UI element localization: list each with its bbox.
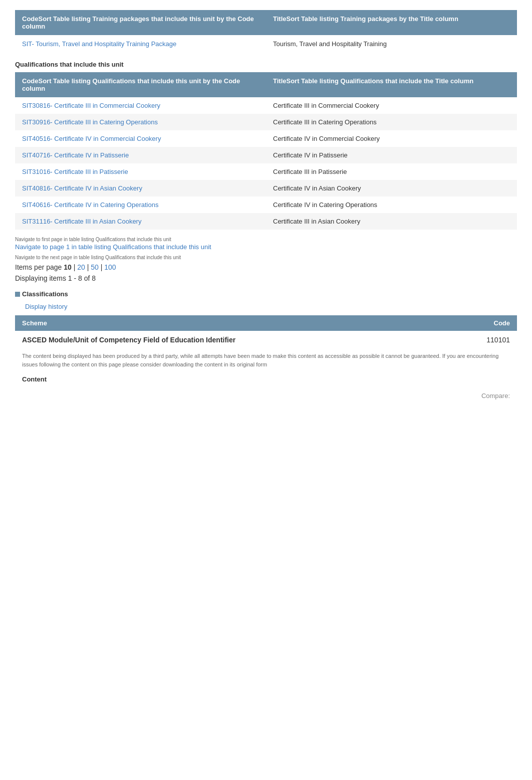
display-history-section: Display history — [15, 303, 517, 315]
qual-code-link[interactable]: SIT30916- Certificate III in Catering Op… — [22, 118, 158, 126]
qual-code-link[interactable]: SIT40616- Certificate IV in Catering Ope… — [22, 201, 158, 209]
qualifications-table: CodeSort Table listing Qualifications th… — [15, 72, 517, 230]
qual-table-row: SIT31016- Certificate III in PatisserieC… — [15, 163, 517, 180]
qual-code-link[interactable]: SIT31116- Certificate III in Asian Cooke… — [22, 218, 141, 225]
classifications-heading: Classifications — [22, 290, 68, 298]
qual-table-row: SIT40616- Certificate IV in Catering Ope… — [15, 197, 517, 213]
qual-code-link[interactable]: SIT31016- Certificate III in Patisserie — [22, 168, 128, 175]
qual-table-row: SIT40716- Certificate IV in PatisserieCe… — [15, 147, 517, 163]
qual-table-row: SIT31116- Certificate III in Asian Cooke… — [15, 213, 517, 230]
training-packages-table: CodeSort Table listing Training packages… — [15, 10, 517, 53]
qual-code-col-header[interactable]: CodeSort Table listing Qualifications th… — [15, 72, 266, 97]
qual-code-link[interactable]: SIT40516- Certificate IV in Commercial C… — [22, 135, 161, 142]
qualifications-section-heading: Qualifications that include this unit — [15, 61, 517, 68]
items-per-page-50[interactable]: 50 — [91, 263, 99, 271]
qual-title-cell: Certificate III in Asian Cookery — [266, 213, 517, 230]
items-per-page-20[interactable]: 20 — [77, 263, 85, 271]
qual-code-link[interactable]: SIT40816- Certificate IV in Asian Cooker… — [22, 184, 142, 192]
asced-title: ASCED Module/Unit of Competency Field of… — [22, 336, 235, 344]
qual-table-row: SIT40516- Certificate IV in Commercial C… — [15, 130, 517, 147]
compare-label: Compare: — [15, 387, 517, 405]
asced-code: 110101 — [470, 336, 510, 344]
items-per-page-section: Items per page 10 | 20 | 50 | 100 — [15, 263, 517, 271]
page-container: CodeSort Table listing Training packages… — [0, 0, 532, 415]
qual-table-row: SIT30816- Certificate III in Commercial … — [15, 97, 517, 114]
training-package-title: Tourism, Travel and Hospitality Training — [266, 35, 517, 53]
qual-table-row: SIT30916- Certificate III in Catering Op… — [15, 114, 517, 130]
qual-title-cell: Certificate III in Patisserie — [266, 163, 517, 180]
qual-code-link[interactable]: SIT40716- Certificate IV in Patisserie — [22, 151, 129, 159]
qual-title-cell: Certificate IV in Asian Cookery — [266, 180, 517, 197]
training-title-col-header[interactable]: TitleSort Table listing Training package… — [266, 10, 517, 35]
code-label: Code — [494, 319, 510, 327]
qual-title-cell: Certificate IV in Commercial Cookery — [266, 130, 517, 147]
items-per-page-100[interactable]: 100 — [104, 263, 116, 271]
displaying-text: Displaying items 1 - 8 of 8 — [15, 274, 517, 282]
navigation-section: Navigate to first page in table listing … — [15, 237, 517, 260]
items-per-page-label: Items per page — [15, 263, 64, 271]
qual-title-cell: Certificate III in Commercial Cookery — [266, 97, 517, 114]
disclaimer-text: The content being displayed has been pro… — [15, 349, 517, 373]
training-package-code-link[interactable]: SIT- Tourism, Travel and Hospitality Tra… — [22, 40, 176, 48]
content-heading: Content — [15, 373, 517, 387]
nav-link-line-1: Navigate to page 1 in table listing Qual… — [15, 243, 517, 251]
classifications-row: Classifications — [15, 287, 517, 301]
items-per-page-current: 10 — [64, 263, 72, 271]
scheme-code-bar: Scheme Code — [15, 315, 517, 331]
qual-title-cell: Certificate IV in Patisserie — [266, 147, 517, 163]
asced-row: ASCED Module/Unit of Competency Field of… — [15, 331, 517, 349]
qual-code-link[interactable]: SIT30816- Certificate III in Commercial … — [22, 102, 160, 109]
nav-small-text-2: Navigate to the next page in table listi… — [15, 255, 517, 260]
nav-small-text-1: Navigate to first page in table listing … — [15, 237, 517, 242]
qual-title-cell: Certificate III in Catering Operations — [266, 114, 517, 130]
qual-table-row: SIT40816- Certificate IV in Asian Cooker… — [15, 180, 517, 197]
classifications-bullet — [15, 292, 20, 297]
scheme-label: Scheme — [22, 319, 47, 327]
nav-page1-link[interactable]: Navigate to page 1 in table listing Qual… — [15, 243, 211, 251]
display-history-link[interactable]: Display history — [25, 303, 68, 310]
table-row: SIT- Tourism, Travel and Hospitality Tra… — [15, 35, 517, 53]
training-code-col-header[interactable]: CodeSort Table listing Training packages… — [15, 10, 266, 35]
qual-title-col-header[interactable]: TitleSort Table listing Qualifications t… — [266, 72, 517, 97]
qual-title-cell: Certificate IV in Catering Operations — [266, 197, 517, 213]
